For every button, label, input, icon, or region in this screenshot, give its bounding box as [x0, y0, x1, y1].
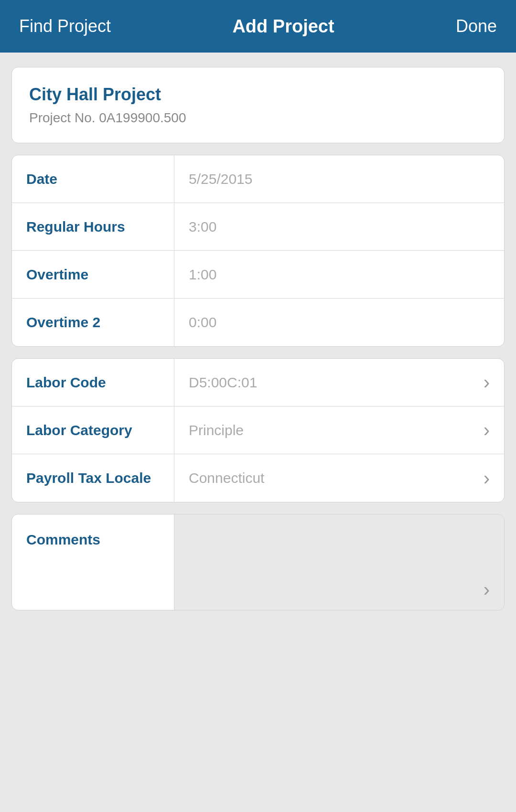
comments-value-cell[interactable] [174, 514, 504, 610]
payroll-tax-locale-row[interactable]: Payroll Tax Locale Connecticut [12, 454, 504, 502]
labor-category-label: Labor Category [12, 406, 174, 454]
overtime2-value: 0:00 [189, 314, 216, 331]
date-label: Date [12, 155, 174, 203]
date-value: 5/25/2015 [189, 171, 252, 187]
labor-form-card: Labor Code D5:00C:01 Labor Category Prin… [11, 358, 505, 502]
project-number: Project No. 0A199900.500 [29, 110, 487, 126]
regular-hours-value: 3:00 [189, 219, 216, 235]
labor-category-row[interactable]: Labor Category Principle [12, 406, 504, 454]
date-value-cell[interactable]: 5/25/2015 [174, 160, 504, 199]
labor-code-row[interactable]: Labor Code D5:00C:01 [12, 359, 504, 406]
payroll-tax-locale-chevron-icon [484, 468, 490, 489]
payroll-tax-locale-label: Payroll Tax Locale [12, 454, 174, 502]
labor-code-label: Labor Code [12, 359, 174, 406]
comments-row[interactable]: Comments [12, 514, 504, 610]
payroll-tax-locale-value: Connecticut [189, 470, 264, 486]
regular-hours-row[interactable]: Regular Hours 3:00 [12, 203, 504, 251]
labor-code-value-cell[interactable]: D5:00C:01 [174, 360, 504, 405]
regular-hours-label: Regular Hours [12, 203, 174, 250]
overtime-value-cell[interactable]: 1:00 [174, 255, 504, 294]
labor-code-chevron-icon [484, 372, 490, 393]
date-row[interactable]: Date 5/25/2015 [12, 155, 504, 203]
main-content: City Hall Project Project No. 0A199900.5… [0, 53, 516, 625]
labor-code-value: D5:00C:01 [189, 374, 257, 391]
page-title: Add Project [232, 16, 334, 37]
overtime-row[interactable]: Overtime 1:00 [12, 251, 504, 299]
project-card: City Hall Project Project No. 0A199900.5… [11, 67, 505, 143]
project-name: City Hall Project [29, 85, 487, 105]
labor-category-value: Principle [189, 422, 244, 438]
comments-form-card: Comments [11, 514, 505, 610]
payroll-tax-locale-value-cell[interactable]: Connecticut [174, 456, 504, 501]
comments-chevron-icon [484, 579, 490, 600]
overtime2-row[interactable]: Overtime 2 0:00 [12, 299, 504, 346]
app-header: Find Project Add Project Done [0, 0, 516, 53]
labor-category-chevron-icon [484, 419, 490, 441]
regular-hours-value-cell[interactable]: 3:00 [174, 207, 504, 246]
labor-category-value-cell[interactable]: Principle [174, 408, 504, 452]
comments-label: Comments [12, 514, 174, 610]
hours-form-card: Date 5/25/2015 Regular Hours 3:00 Overti… [11, 155, 505, 347]
done-button[interactable]: Done [456, 16, 497, 36]
find-project-button[interactable]: Find Project [19, 16, 111, 36]
overtime-value: 1:00 [189, 267, 216, 283]
overtime-label: Overtime [12, 251, 174, 298]
overtime2-value-cell[interactable]: 0:00 [174, 303, 504, 342]
overtime2-label: Overtime 2 [12, 299, 174, 346]
